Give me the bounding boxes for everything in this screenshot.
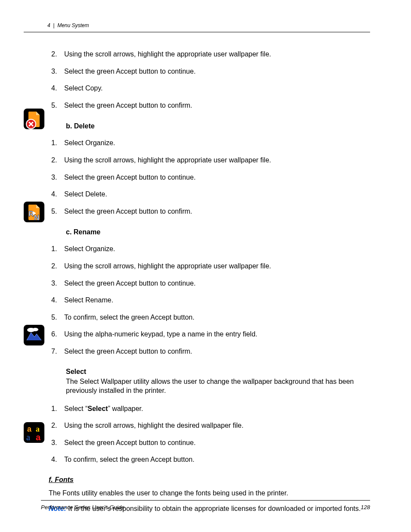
step-text: Select the green Accept button to contin… <box>64 67 370 76</box>
step-num: 2. <box>49 261 64 271</box>
rename-file-icon: R N <box>24 202 44 222</box>
svg-point-7 <box>32 328 38 331</box>
step-item: 2.Using the scroll arrows, highlight the… <box>49 152 370 169</box>
step-num: 2. <box>49 421 64 430</box>
header-divider: | <box>53 22 54 28</box>
step-text: Select the green Accept button to contin… <box>64 173 370 182</box>
step-text: To confirm, select the green Accept butt… <box>64 313 370 322</box>
step-num: 4. <box>49 190 64 199</box>
step-text: Select Organize. <box>64 244 370 254</box>
svg-text:a: a <box>36 432 41 442</box>
subheading-rename: c. Rename <box>49 224 370 241</box>
step-item: 2.Using the scroll arrows, highlight the… <box>49 417 370 435</box>
step-item: 7.Select the green Accept button to conf… <box>49 343 370 361</box>
step-item: 4.Select Delete. <box>49 186 370 203</box>
step-num: 6. <box>49 330 64 339</box>
step-text: Select the green Accept button to confir… <box>64 207 370 216</box>
footer-title: Performance Series User’s Guide <box>41 503 330 512</box>
step-num: 3. <box>49 438 64 448</box>
step-item: 6.Using the alpha-numeric keypad, type a… <box>49 326 370 343</box>
step-text: Select the green Accept button to contin… <box>64 279 370 288</box>
step-num: 1. <box>49 404 64 414</box>
step-text: Using the scroll arrows, highlight the a… <box>64 261 370 271</box>
step-item: 1.Select Organize. <box>49 135 370 152</box>
step-item: 1. Select “Select” wallpaper. <box>49 401 370 418</box>
step-text: Using the scroll arrows, highlight the d… <box>64 421 370 430</box>
step-text: Select Copy. <box>64 84 370 93</box>
svg-text:a: a <box>26 432 30 442</box>
svg-text:R: R <box>28 210 34 218</box>
step-num: 2. <box>49 50 64 59</box>
step-text: Select Delete. <box>64 190 370 199</box>
step-item: 3.Select the green Accept button to cont… <box>49 435 370 452</box>
step-item: 4.Select Copy. <box>49 80 370 97</box>
step-num: 4. <box>49 455 64 464</box>
steps-list-a: 2.Using the scroll arrows, highlight the… <box>49 46 370 114</box>
step-num: 1. <box>49 138 64 148</box>
step-text: Select the green Accept button to confir… <box>64 347 370 356</box>
steps-list-c: 1.Select Organize. 2.Using the scroll ar… <box>49 241 370 360</box>
step-text: Select the green Accept button to contin… <box>64 438 370 448</box>
fonts-icon: a a a a <box>24 422 44 443</box>
subheading-delete: b. Delete <box>49 118 370 135</box>
step-num: 1. <box>49 244 64 254</box>
svg-text:a: a <box>36 425 40 433</box>
step-item: 1.Select Organize. <box>49 241 370 258</box>
step-item: 5.To confirm, select the green Accept bu… <box>49 309 370 327</box>
step-text: Using the alpha-numeric keypad, type a n… <box>64 330 370 339</box>
step-num: 3. <box>49 279 64 288</box>
step-text: Using the scroll arrows, highlight the a… <box>64 50 370 59</box>
delete-file-icon <box>24 109 44 129</box>
step-item: 3.Select the green Accept button to cont… <box>49 169 370 187</box>
step-text: Select Rename. <box>64 296 370 305</box>
page-header: 4 | Menu System <box>24 22 370 32</box>
step-num: 2. <box>49 156 64 165</box>
step-item: 5.Select the green Accept button to conf… <box>49 203 370 221</box>
footer-page-number: 128 <box>330 503 370 512</box>
subheading-fonts: f. Fonts <box>49 473 370 488</box>
step-num: 4. <box>49 84 64 93</box>
select-description: The Select Wallpaper utility allows the … <box>49 377 370 401</box>
header-chapter-num: 4 <box>47 22 50 28</box>
step-num: 4. <box>49 296 64 305</box>
page-footer: Performance Series User’s Guide 128 <box>41 500 370 512</box>
svg-text:N: N <box>34 214 39 222</box>
step-num: 3. <box>49 173 64 182</box>
step-item: 4.Select Rename. <box>49 292 370 309</box>
header-chapter-title: Menu System <box>57 22 89 28</box>
step-item: 3.Select the green Accept button to cont… <box>49 275 370 292</box>
step-num: 7. <box>49 347 64 356</box>
step-item: 2.Using the scroll arrows, highlight the… <box>49 258 370 275</box>
step-num: 5. <box>49 101 64 110</box>
step-num: 5. <box>49 313 64 322</box>
step-text: Select Organize. <box>64 138 370 148</box>
svg-rect-5 <box>24 325 44 345</box>
step-num: 5. <box>49 207 64 216</box>
step-text: Select “Select” wallpaper. <box>64 404 370 414</box>
step-item: 3.Select the green Accept button to cont… <box>49 63 370 81</box>
step-num: 3. <box>49 67 64 76</box>
steps-list-b: 1.Select Organize. 2.Using the scroll ar… <box>49 135 370 220</box>
step-text: To confirm, select the green Accept butt… <box>64 455 370 464</box>
step-item: 5.Select the green Accept button to conf… <box>49 97 370 115</box>
step-item: 2.Using the scroll arrows, highlight the… <box>49 46 370 63</box>
step-text: Using the scroll arrows, highlight the a… <box>64 156 370 165</box>
svg-text:a: a <box>27 425 32 433</box>
steps-list-select: 1. Select “Select” wallpaper. 2.Using th… <box>49 401 370 469</box>
step-text: Select the green Accept button to confir… <box>64 101 370 110</box>
step-item: 4.To confirm, select the green Accept bu… <box>49 451 370 469</box>
select-wallpaper-icon <box>24 325 44 345</box>
subheading-select: Select <box>49 365 370 377</box>
